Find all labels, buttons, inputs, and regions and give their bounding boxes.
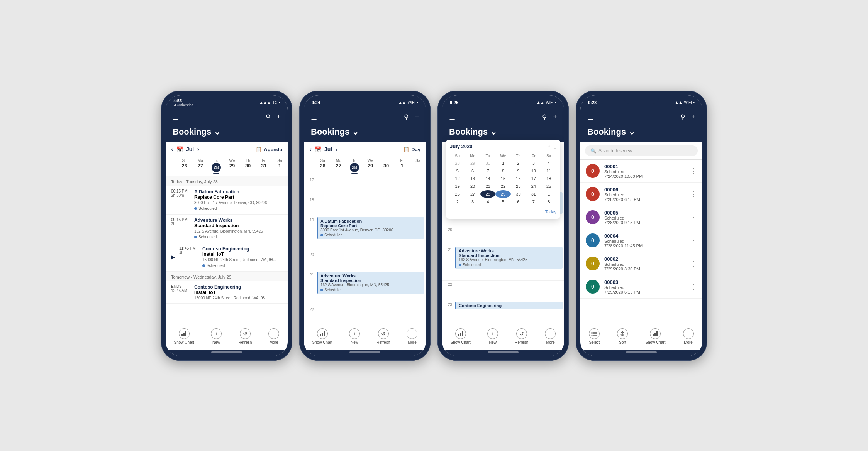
show-chart-btn-3[interactable]: Show Chart — [451, 328, 471, 345]
more-icon-00005[interactable]: ⋮ — [690, 213, 697, 221]
more-icon-00002[interactable]: ⋮ — [690, 259, 697, 268]
show-chart-btn-1[interactable]: Show Chart — [174, 328, 194, 345]
new-btn-1[interactable]: + New — [211, 328, 222, 345]
more-btn-2[interactable]: ··· More — [407, 328, 417, 345]
next-month-2[interactable]: › — [335, 145, 337, 154]
show-chart-btn-2[interactable]: Show Chart — [312, 328, 332, 345]
more-icon-00004[interactable]: ⋮ — [690, 236, 697, 245]
list-content-4: 0 00001 Scheduled 7/24/2020 10:00 PM ⋮ 0… — [580, 160, 702, 324]
title-chevron-2[interactable]: ⌄ — [352, 127, 359, 137]
more-btn-3[interactable]: ··· More — [545, 328, 556, 345]
popup-up-3[interactable]: ↑ — [548, 144, 551, 150]
more-btn-1[interactable]: ··· More — [268, 328, 279, 345]
svg-rect-0 — [181, 334, 183, 336]
view-label-2[interactable]: Day — [411, 147, 420, 152]
menu-icon-3[interactable]: ☰ — [449, 113, 455, 122]
svg-rect-1 — [183, 333, 185, 336]
list-item-00005[interactable]: 0 00005 Scheduled 7/28/2020 9:15 PM ⋮ — [580, 206, 702, 229]
more-icon-00001[interactable]: ⋮ — [690, 167, 697, 175]
day-col-su-1: Su 26 — [176, 157, 192, 176]
agenda-item-4[interactable]: ENDS 12:45 AM Contoso Engineering Instal… — [166, 281, 288, 304]
event-block-1[interactable]: A Datum Fabrication Replace Core Part 30… — [317, 217, 424, 239]
phone-4: 9:28 ▲▲ WiFi ▪ ☰ ⚲ + Bookings⌄ — [576, 91, 707, 361]
agenda-item-3[interactable]: ▶ 11:45 PM 1h Contoso Engineering Instal… — [166, 243, 288, 272]
month-label-1: Jul — [186, 146, 194, 152]
refresh-btn-1[interactable]: ↺ Refresh — [238, 328, 252, 345]
list-item-00003[interactable]: 0 00003 Scheduled 7/29/2020 6:15 PM ⋮ — [580, 275, 702, 299]
svg-rect-4 — [322, 333, 323, 336]
app-header-1: ☰ ⚲ + — [166, 109, 288, 125]
today-btn-3[interactable]: Today — [545, 209, 556, 214]
new-btn-3[interactable]: + New — [487, 328, 498, 345]
menu-icon-4[interactable]: ☰ — [587, 113, 593, 122]
phone-1: 4:55 ◀ Authentica... ▲▲▲ 5G ▪ ☰ ⚲ + — [161, 91, 292, 361]
view-label-1[interactable]: Agenda — [264, 147, 282, 152]
svg-rect-6 — [458, 334, 459, 336]
search-icon-3[interactable]: ⚲ — [542, 113, 547, 121]
avatar-00005: 0 — [586, 210, 600, 224]
add-icon-4[interactable]: + — [691, 113, 695, 121]
agenda-content-1: Today - Tuesday, July 28 06:15 PM 2h 30m… — [166, 176, 288, 324]
list-item-00004[interactable]: 0 00004 Scheduled 7/28/2020 11:45 PM ⋮ — [580, 229, 702, 252]
more-icon-00006[interactable]: ⋮ — [690, 190, 697, 198]
prev-month-2[interactable]: ‹ — [309, 145, 312, 154]
title-chevron-4[interactable]: ⌄ — [628, 127, 635, 137]
add-icon-1[interactable]: + — [276, 113, 281, 121]
svg-rect-8 — [462, 331, 463, 336]
refresh-btn-3[interactable]: ↺ Refresh — [515, 328, 528, 345]
list-item-00001[interactable]: 0 00001 Scheduled 7/24/2020 10:00 PM ⋮ — [580, 160, 702, 183]
sort-icon-4 — [617, 328, 628, 339]
day-col-we-1: We 29 — [224, 157, 240, 176]
refresh-btn-2[interactable]: ↺ Refresh — [376, 328, 390, 345]
new-btn-2[interactable]: + New — [349, 328, 360, 345]
app-header-4: ☰ ⚲ + — [580, 109, 702, 125]
svg-rect-5 — [324, 331, 325, 336]
notch-4 — [624, 95, 659, 104]
notch-1 — [209, 95, 244, 104]
bottom-toolbar-2: Show Chart + New ↺ Refresh ··· More — [304, 324, 426, 350]
calendar-popup-3[interactable]: July 2020 ↑ ↓ Su Mo Tu We Th Fr Sa — [446, 140, 560, 219]
time-row-18: 18 — [304, 196, 426, 216]
arrow-icon-1: ▶ — [171, 254, 175, 260]
menu-icon-2[interactable]: ☰ — [311, 113, 317, 122]
search-icon-1[interactable]: ⚲ — [266, 113, 270, 121]
time-row-21-event[interactable]: 21 Adventure Works Standard Inspection 1… — [304, 271, 426, 306]
popup-down-3[interactable]: ↓ — [554, 144, 556, 150]
more-btn-4[interactable]: ··· More — [683, 328, 694, 345]
list-item-00002[interactable]: 0 00002 Scheduled 7/29/2020 3:30 PM ⋮ — [580, 252, 702, 275]
app-header-2: ☰ ⚲ + — [304, 109, 426, 125]
avatar-00001: 0 — [586, 164, 600, 178]
add-icon-3[interactable]: + — [553, 113, 557, 121]
event-block-2[interactable]: Adventure Works Standard Inspection 162 … — [317, 272, 424, 294]
event-block-3c[interactable]: Contoso Engineering — [455, 302, 563, 309]
list-item-00006[interactable]: 0 00006 Scheduled 7/28/2020 6:15 PM ⋮ — [580, 183, 702, 206]
prev-month-1[interactable]: ‹ — [171, 145, 173, 154]
agenda-item-1[interactable]: 06:15 PM 2h 30m A Datum Fabrication Repl… — [166, 186, 288, 215]
select-btn-4[interactable]: Select — [589, 328, 600, 345]
day-col-mo-1: Mo 27 — [192, 157, 208, 176]
home-indicator-4 — [580, 350, 702, 356]
next-month-1[interactable]: › — [197, 145, 199, 154]
menu-icon-1[interactable]: ☰ — [173, 113, 179, 122]
search-icon-4[interactable]: ⚲ — [680, 113, 685, 121]
sort-btn-4[interactable]: Sort — [617, 328, 628, 345]
search-icon-2[interactable]: ⚲ — [404, 113, 409, 121]
day-col-tu-1[interactable]: Tu 28 — [208, 157, 224, 176]
title-chevron-3[interactable]: ⌄ — [490, 127, 497, 137]
notch-2 — [348, 95, 382, 104]
app-title-3: Bookings — [449, 127, 488, 137]
title-chevron-1[interactable]: ⌄ — [214, 127, 220, 137]
show-chart-btn-4[interactable]: Show Chart — [645, 328, 665, 345]
search-input-4[interactable]: 🔍 Search this view — [585, 145, 698, 156]
event-block-3b[interactable]: Adventure Works Standard Inspection 162 … — [455, 247, 563, 269]
time-row-19-event[interactable]: 19 A Datum Fabrication Replace Core Part… — [304, 216, 426, 251]
add-icon-2[interactable]: + — [415, 113, 419, 121]
title-bar-1: Bookings⌄ — [166, 125, 288, 142]
cal-icon-1: 📅 — [176, 146, 183, 152]
agenda-item-2[interactable]: 09:15 PM 2h Adventure Works Standard Ins… — [166, 215, 288, 243]
title-bar-2: Bookings⌄ — [304, 125, 426, 142]
title-bar-4: Bookings⌄ — [580, 125, 702, 142]
bottom-toolbar-4: Select Sort Show Chart — [580, 324, 702, 350]
more-icon-00003[interactable]: ⋮ — [690, 282, 697, 291]
list-search-4: 🔍 Search this view — [580, 142, 702, 160]
